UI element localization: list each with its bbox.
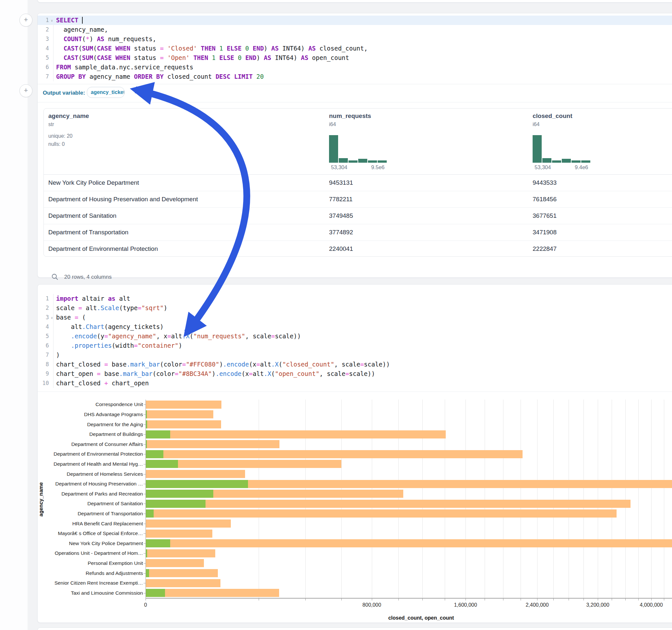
code-token: scale [56,304,78,311]
histogram-bar [339,158,348,163]
bar-open [146,569,149,577]
code-token [56,35,64,43]
code-line[interactable]: 3∨base = ( [38,313,672,322]
code-line[interactable]: 1∨SELECT [38,16,672,25]
code-token: ) [164,304,167,311]
code-token: = [175,370,178,377]
code-token: .Chart [82,323,104,330]
code-line[interactable]: 9chart_open = base.mark_bar(color="#8BC3… [38,369,672,379]
code-line[interactable]: 5 CAST(SUM(CASE WHEN status = 'Open' THE… [38,53,672,63]
code-token: = [360,361,364,368]
code-token: import [56,295,78,302]
gridline [423,399,423,598]
sql-code-editor[interactable]: 1∨SELECT 2 agency_name,3 COUNT(*) AS num… [38,13,672,81]
code-token: WHEN [115,54,130,61]
code-token: .properties [71,342,112,349]
table-cell: 3471908 [533,229,557,236]
histogram-min-label: 53,304 [331,164,347,170]
x-axis-tick [583,599,584,601]
gridline [521,399,521,598]
code-token: scale)) [349,370,375,377]
code-token: .mark_bar [119,370,153,377]
code-token: DESC [216,73,231,80]
table-search-icon[interactable] [51,273,58,282]
x-axis-tick [521,599,521,601]
code-token: (color [152,370,175,377]
y-axis-label: Department of Health and Mental Hyg… [38,461,143,467]
code-line[interactable]: 7) [38,350,672,360]
x-axis-tick-label: 2,400,000 [526,602,549,608]
code-token: END [253,45,264,52]
code-line[interactable]: 10chart_closed + chart_open [38,379,672,388]
code-token [216,54,219,61]
table-cell: 7782211 [329,196,353,203]
code-token: SUM [82,54,93,61]
code-token: , scale [319,370,345,377]
code-token: = [257,361,260,368]
code-token: ) [178,342,182,349]
code-token: CASE [97,45,112,52]
bar-closed [146,589,279,597]
code-text: agency_name, [56,25,108,34]
code-token: = [249,370,253,377]
code-token: alt [260,361,271,368]
column-stat: nulls: 0 [48,141,65,147]
x-axis-tick-label: 800,000 [362,602,381,608]
code-token: ( [78,314,86,321]
code-token: CAST [64,54,78,61]
gridline [569,399,569,598]
code-token: .X [264,370,271,377]
code-token: .X [182,333,190,340]
x-axis-tick [465,599,466,601]
code-line[interactable]: 6FROM sample_data.nyc.service_requests [38,63,672,72]
code-text: GROUP BY agency_name ORDER BY closed_cou… [56,72,264,81]
x-axis-tick [146,599,146,601]
code-token: , x [156,333,167,340]
line-number: 2 [38,303,53,313]
add-cell-button[interactable]: + [20,14,32,27]
column-histogram [329,135,387,163]
y-axis-label: Department of Homeless Services [38,471,143,477]
code-token [164,54,167,61]
add-cell-button[interactable]: + [20,84,32,97]
code-line[interactable]: 5 .encode(y="agency_name", x=alt.X("num_… [38,332,672,341]
y-axis-label: Department of Transportation [38,511,143,516]
y-axis-label: Department of Parks and Recreation [38,491,143,497]
code-token: "agency_name" [108,333,156,340]
code-line[interactable]: 4 CAST(SUM(CASE WHEN status = 'Closed' T… [38,44,672,53]
code-line[interactable]: 2 agency_name, [38,25,672,34]
python-code-editor[interactable]: 1import altair as alt2scale = alt.Scale(… [38,285,672,388]
fold-chevron-icon[interactable]: ∨ [51,313,53,322]
code-line[interactable]: 1import altair as alt [38,294,672,303]
bar-closed [146,549,215,557]
bar-open [146,509,154,517]
code-line[interactable]: 2scale = alt.Scale(type="sqrt") [38,303,672,313]
y-axis-label: DHS Advantage Programs [38,412,143,417]
code-line[interactable]: 8chart_closed = base.mark_bar(color="#FF… [38,360,672,369]
code-line[interactable]: 6 .properties(width="container") [38,341,672,350]
table-row-count: 20 rows, 4 columns [64,274,112,280]
gridline [465,399,466,598]
code-text: base = ( [56,313,86,322]
code-text: .properties(width="container") [56,341,182,350]
code-text: SELECT [56,16,83,25]
line-number: 10 [38,379,53,388]
line-number: 1 [38,294,53,303]
code-token: 0 [245,45,249,52]
code-token: chart_closed [56,361,104,368]
table-cell: 2240041 [329,245,353,252]
y-axis-label: Department of Environmental Protection [38,451,143,457]
code-line[interactable]: 7GROUP BY agency_name ORDER BY closed_co… [38,72,672,81]
output-variable-pill[interactable]: agency_tickets [87,87,124,98]
code-token: chart_open [108,380,149,387]
code-token [112,45,115,52]
code-token: 20 [257,73,264,80]
code-line[interactable]: 4 alt.Chart(agency_tickets) [38,322,672,332]
line-number: 3∨ [38,313,53,322]
code-line[interactable]: 3 COUNT(*) AS num_requests, [38,34,672,44]
table-row: Department of Sanitation37494853677651 [44,208,672,224]
code-token: ( [93,54,97,61]
bar-closed [146,579,220,587]
code-token: alt [115,295,130,302]
fold-chevron-icon[interactable]: ∨ [51,16,53,25]
